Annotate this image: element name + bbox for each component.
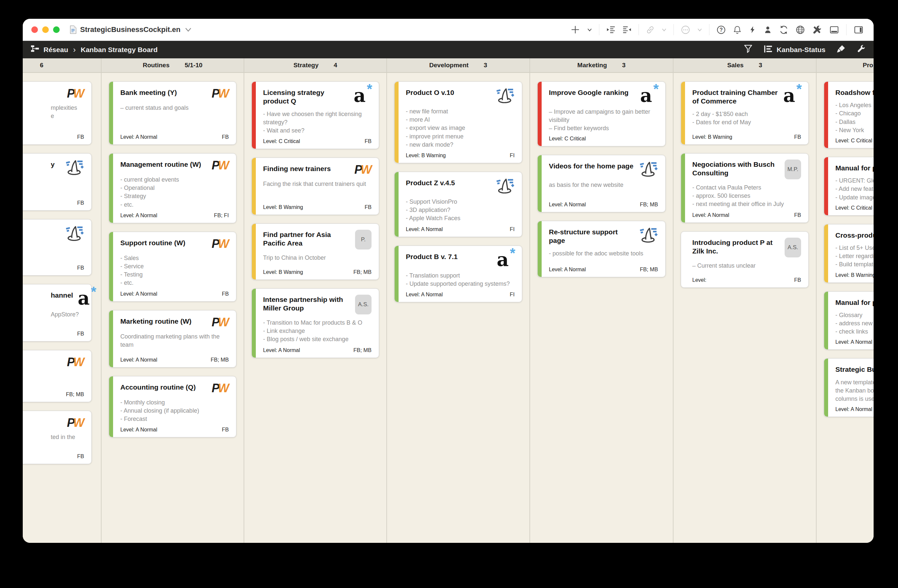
column-header[interactable]: Routines5/1-10: [101, 58, 244, 73]
kanban-card[interactable]: Support routine (W)PW- Sales- Service- T…: [109, 232, 236, 302]
card-footer: Level: A NormalFB: [120, 287, 229, 297]
column-routines: Routines5/1-10Bank meeting (Y)PW– curren…: [101, 58, 244, 543]
kanban-card[interactable]: Management routine (W)PW- current global…: [109, 153, 236, 223]
card-note-line: - etc.: [120, 279, 229, 287]
kanban-card[interactable]: PWmplexitieseFB: [23, 81, 92, 145]
card-level: Level: A Normal: [120, 427, 157, 433]
card-note-line: - Apple Watch Faces: [406, 214, 515, 223]
kanban-card[interactable]: Accounting routine (Q)PW- Monthly closin…: [109, 376, 236, 438]
kanban-card[interactable]: Marketing routine (W)PWCoordinating mark…: [109, 310, 236, 367]
card-title: Negociations with Busch Consulting: [692, 160, 780, 178]
kanban-card[interactable]: Product Z v.4.5- Support VisionPro- 3D a…: [394, 172, 522, 237]
outdent-icon[interactable]: [623, 26, 632, 34]
filter-funnel-icon-button[interactable]: [744, 45, 753, 55]
add-icon[interactable]: [570, 25, 580, 35]
column-card-list: Bank meeting (Y)PW– current status and g…: [101, 73, 244, 543]
card-notes: - Sales- Service- Testing- etc.: [120, 254, 229, 287]
card-notes: - Monthly closing- Annual closing (if ap…: [120, 399, 229, 424]
card-notes: mplexitiese: [51, 104, 84, 130]
card-footer: Level: A NormalFB; MB: [120, 353, 229, 363]
card-header: [51, 226, 84, 241]
column-header[interactable]: Pro: [817, 58, 873, 73]
style-brush-icon: [836, 45, 846, 55]
style-brush-icon-button[interactable]: [836, 45, 846, 55]
priority-strip: [395, 82, 398, 163]
card-level: Level: B Warning: [263, 204, 303, 210]
kanban-card[interactable]: Introducing product P at Zilk Inc.A.S.– …: [681, 231, 809, 288]
card-header: Videos for the home page: [549, 161, 658, 177]
kanban-card[interactable]: Cross-product targ Influencer- List of 5…: [824, 224, 873, 283]
kanban-card[interactable]: Find partner for Asia Pacific AreaP.Trip…: [252, 223, 379, 280]
kanban-card[interactable]: FB: [23, 219, 92, 276]
priority-strip: [538, 155, 542, 212]
globe-icon[interactable]: [795, 25, 805, 35]
kanban-card[interactable]: Strategic BusinessA new template forthe …: [824, 358, 873, 417]
card-notes: - 2 day - $1'850 each- Dates for end of …: [692, 110, 801, 131]
kanban-card[interactable]: Negociations with Busch ConsultingM.P.- …: [681, 153, 809, 223]
card-title: Intense partnership with Miller Group: [263, 295, 351, 313]
column-card-list: PWmplexitieseFByFBFBhannela*AppStore?FBP…: [23, 73, 101, 543]
column-header[interactable]: 6: [23, 58, 101, 73]
chevron-down-icon[interactable]: [587, 28, 592, 32]
kanban-card[interactable]: Bank meeting (Y)PW– current status and g…: [109, 81, 236, 145]
breadcrumb-root[interactable]: Réseau: [43, 46, 68, 54]
column-header[interactable]: Strategy4: [244, 58, 386, 73]
card-title: Product Z v.4.5: [406, 178, 492, 187]
kanban-card[interactable]: PWted in theFB: [23, 411, 92, 464]
close-window-button[interactable]: [31, 26, 38, 33]
card-notes: - URGENT: Glossar- Add new features- Upd…: [835, 177, 873, 202]
document-menu-chevron-icon[interactable]: [185, 28, 192, 32]
kanban-card[interactable]: Finding new trainersPWFacing the risk th…: [252, 158, 379, 215]
minimize-window-button[interactable]: [42, 26, 49, 33]
kanban-card[interactable]: Product O v.10- new file format- more AI…: [394, 81, 522, 163]
panel-bottom-icon[interactable]: [829, 25, 839, 35]
kanban-card[interactable]: hannela*AppStore?FB: [23, 284, 92, 341]
column-title: Sales: [727, 61, 744, 69]
user-icon[interactable]: [764, 25, 772, 34]
column-header[interactable]: Development3: [387, 58, 529, 73]
priority-strip: [252, 82, 256, 149]
card-notes: Coordinating marketing plans with the te…: [120, 333, 229, 353]
card-note-line: mplexities: [51, 104, 84, 112]
kanban-card[interactable]: Manual for produc- Glossary- address new…: [824, 292, 873, 350]
kanban-card[interactable]: PWFB; MB: [23, 350, 92, 402]
chevron-down-icon[interactable]: [662, 28, 667, 32]
kanban-status-icon-button[interactable]: Kanban-Status: [764, 45, 826, 55]
notifications-bell-icon[interactable]: [733, 25, 742, 34]
sync-icon[interactable]: [779, 25, 789, 35]
card-header: Product Z v.4.5: [406, 178, 515, 193]
kanban-card[interactable]: Roadshow for proc- Los Angeles- Chicago-…: [824, 81, 873, 148]
column-header[interactable]: Marketing3: [530, 58, 673, 73]
card-header: PW: [51, 356, 84, 368]
zoom-window-button[interactable]: [53, 26, 60, 33]
card-footer: FB: [51, 327, 84, 337]
link-icon[interactable]: [646, 25, 655, 34]
kanban-card[interactable]: Improve Google rankinga*– Improve ad cam…: [537, 81, 666, 146]
kanban-card[interactable]: Re-structure support page- possible for …: [537, 221, 666, 277]
kanban-card[interactable]: yFB: [23, 153, 92, 210]
column-header[interactable]: Sales3: [674, 58, 816, 73]
help-icon[interactable]: ?: [717, 25, 726, 35]
kanban-card[interactable]: Product B v. 7.1a*- Translation support-…: [394, 246, 522, 302]
kanban-card[interactable]: Videos for the home pageas basis for the…: [537, 155, 666, 212]
card-note-line: - Glossary: [835, 311, 873, 319]
breadcrumb-separator: ›: [72, 45, 77, 54]
quick-actions-bolt-icon[interactable]: [749, 26, 757, 34]
breadcrumb-current[interactable]: Kanban Strategy Board: [81, 46, 158, 54]
kanban-card[interactable]: Manual for produc- URGENT: Glossar- Add …: [824, 157, 873, 216]
more-options-icon[interactable]: [681, 25, 690, 35]
indent-icon[interactable]: [606, 26, 615, 34]
kanban-card[interactable]: Licensing strategy product Qa*- Have we …: [252, 81, 379, 149]
kanban-card[interactable]: Intense partnership with Miller GroupA.S…: [252, 289, 379, 358]
card-title: Introducing product P at Zilk Inc.: [692, 238, 780, 256]
chevron-down-icon[interactable]: [697, 28, 702, 32]
wizard-hat-icon: [66, 160, 84, 175]
settings-wrench-icon-button[interactable]: [857, 45, 866, 55]
card-header: Roadshow for proc: [835, 88, 873, 97]
tools-icon[interactable]: [812, 25, 822, 35]
card-notes: - Contact via Paula Peters- approx. 500 …: [692, 184, 801, 209]
kanban-card[interactable]: Product training Chamber of Commercea*- …: [681, 81, 809, 145]
panel-right-icon[interactable]: [853, 25, 864, 35]
card-level: Level:: [692, 277, 706, 283]
card-level: Level: A Normal: [835, 406, 872, 412]
